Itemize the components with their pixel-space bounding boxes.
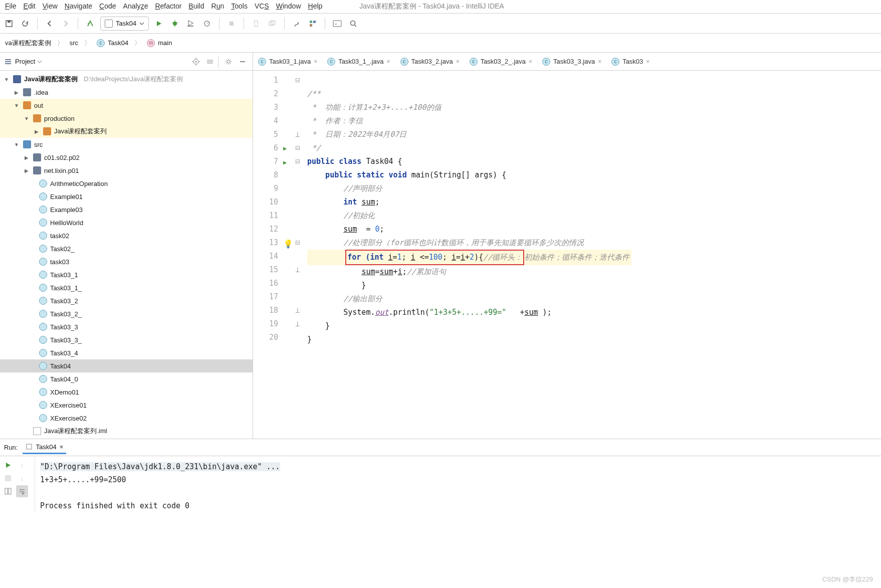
- profile-icon[interactable]: [201, 18, 213, 30]
- tree-file-task02_[interactable]: Task02_: [0, 242, 253, 255]
- gutter-marks[interactable]: ▶▶💡: [283, 71, 295, 439]
- coverage-icon[interactable]: [185, 18, 197, 30]
- editor-tab[interactable]: cTask03_1.java×: [253, 58, 322, 66]
- project-tree[interactable]: ▼Java课程配套案例D:\IdeaProjects\Java课程配套案例 ▶.…: [0, 71, 253, 439]
- up-icon[interactable]: ↑: [16, 459, 28, 471]
- menu-tools[interactable]: Tools: [231, 2, 248, 11]
- structure-icon[interactable]: [307, 18, 319, 30]
- menu-window[interactable]: Window: [276, 2, 301, 11]
- bulb-icon[interactable]: 💡: [283, 239, 293, 249]
- minimize-icon[interactable]: [237, 56, 249, 68]
- debug-icon[interactable]: [169, 18, 181, 30]
- wrap-icon[interactable]: [16, 485, 28, 497]
- tree-file-task03_3[interactable]: Task03_3: [0, 320, 253, 333]
- tree-file-task03_2_[interactable]: Task03_2_: [0, 307, 253, 320]
- crumb-class[interactable]: cTask04: [95, 38, 130, 48]
- chevron-down-icon[interactable]: [37, 59, 42, 64]
- menu-file[interactable]: File: [5, 2, 17, 11]
- run-gutter-icon[interactable]: ▶: [283, 159, 287, 166]
- tree-file-task02[interactable]: task02: [0, 229, 253, 242]
- expand-all-icon[interactable]: [204, 56, 216, 68]
- close-icon[interactable]: ×: [456, 58, 460, 65]
- tree-folder-prodchild[interactable]: ▶Java课程配套案列: [0, 125, 253, 138]
- editor-tab[interactable]: cTask03_2.java×: [395, 58, 465, 66]
- tree-file-xexercise02[interactable]: XExercise02: [0, 412, 253, 425]
- close-icon[interactable]: ×: [598, 58, 601, 65]
- close-icon[interactable]: ×: [314, 58, 317, 65]
- tree-iml[interactable]: Java课程配套案列.iml: [0, 425, 253, 438]
- search-icon[interactable]: [347, 18, 359, 30]
- run-icon[interactable]: [153, 18, 165, 30]
- forward-icon[interactable]: [60, 18, 72, 30]
- run-tab[interactable]: Task04 ×: [23, 441, 66, 454]
- fold-column[interactable]: ⊟⊥⊟⊟⊟⊥⊥⊥: [295, 71, 304, 439]
- rerun-icon[interactable]: [2, 459, 14, 471]
- editor-tab[interactable]: cTask03_2_.java×: [465, 58, 537, 66]
- tree-file-example01[interactable]: Example01: [0, 190, 253, 203]
- crumb-src[interactable]: src: [68, 38, 80, 48]
- editor-tab[interactable]: cTask03_3.java×: [537, 58, 606, 66]
- build-icon[interactable]: [84, 18, 96, 30]
- source[interactable]: /** * 功能：计算1+2+3+....+100的值 * 作者：李信 * 日期…: [304, 71, 631, 439]
- menu-help[interactable]: Help: [308, 2, 323, 11]
- tree-folder-idea[interactable]: ▶.idea: [0, 86, 253, 99]
- refresh-icon[interactable]: [19, 18, 31, 30]
- run-gutter-icon[interactable]: ▶: [283, 145, 287, 152]
- down-icon[interactable]: ↓: [16, 472, 28, 484]
- tree-file-arithmeticoperation[interactable]: ArithmeticOperation: [0, 177, 253, 190]
- svg-rect-38: [5, 488, 8, 494]
- stop-icon[interactable]: [2, 472, 14, 484]
- editor-tab[interactable]: cTask03_1_.java×: [322, 58, 395, 66]
- locate-icon[interactable]: [190, 56, 202, 68]
- save-icon[interactable]: [3, 18, 15, 30]
- menu-navigate[interactable]: Navigate: [65, 2, 92, 11]
- tree-file-task03_4[interactable]: Task03_4: [0, 346, 253, 359]
- run-anything-icon[interactable]: [331, 18, 343, 30]
- menu-build[interactable]: Build: [188, 2, 204, 11]
- tree-file-task04[interactable]: Task04: [0, 359, 253, 372]
- tree-file-task03_2[interactable]: Task03_2: [0, 294, 253, 307]
- menu-refactor[interactable]: Refactor: [155, 2, 181, 11]
- close-icon[interactable]: ×: [646, 58, 649, 65]
- tree-file-task03_1_[interactable]: Task03_1_: [0, 281, 253, 294]
- tree-file-task03_3_[interactable]: Task03_3_: [0, 333, 253, 346]
- close-icon[interactable]: ×: [386, 58, 390, 65]
- menu-code[interactable]: Code: [99, 2, 116, 11]
- gear-icon[interactable]: [223, 56, 235, 68]
- tree-folder-production[interactable]: ▼production: [0, 112, 253, 125]
- tree-file-xdemo01[interactable]: XDemo01: [0, 385, 253, 399]
- layout-icon[interactable]: [2, 485, 14, 497]
- close-icon[interactable]: ×: [60, 443, 64, 451]
- tree-file-task03[interactable]: task03: [0, 255, 253, 268]
- code-area[interactable]: 1234567891011121314151617181920 ▶▶💡 ⊟⊥⊟⊟…: [253, 71, 881, 439]
- wrench-icon[interactable]: [291, 18, 303, 30]
- menu-run[interactable]: Run: [211, 2, 225, 11]
- project-label[interactable]: Project: [15, 58, 35, 65]
- tree-file-hellloworld[interactable]: HellloWorld: [0, 216, 253, 229]
- menu-edit[interactable]: Edit: [24, 2, 36, 11]
- editor-tab[interactable]: cTask03×: [606, 58, 654, 66]
- crumb-method[interactable]: mmain: [145, 38, 174, 48]
- tree-file-task04_0[interactable]: Task04_0: [0, 372, 253, 385]
- tree-pkg-2[interactable]: ▶net.lixin.p01: [0, 164, 253, 177]
- crumb-root[interactable]: va课程配套案例: [3, 38, 53, 49]
- tree-file-task03_1[interactable]: Task03_1: [0, 268, 253, 281]
- close-icon[interactable]: ×: [529, 58, 532, 65]
- tree-folder-out[interactable]: ▼out: [0, 99, 253, 112]
- console-output[interactable]: "D:\Program Files\Java\jdk1.8.0_231\bin\…: [35, 456, 881, 511]
- tree-folder-src[interactable]: ▼src: [0, 138, 253, 151]
- tree-pkg-1[interactable]: ▶c01.s02.p02: [0, 151, 253, 164]
- menu-vcs[interactable]: VCS: [255, 2, 269, 11]
- back-icon[interactable]: [44, 18, 56, 30]
- menu-analyze[interactable]: Analyze: [123, 2, 148, 11]
- tree-external[interactable]: ▶External Libraries: [0, 438, 253, 439]
- tree-file-example03[interactable]: Example03: [0, 203, 253, 216]
- device-icon[interactable]: [250, 18, 262, 30]
- stop-icon[interactable]: [226, 18, 238, 30]
- tree-file-xexercise01[interactable]: XExercise01: [0, 399, 253, 412]
- run-config-select[interactable]: Task04: [100, 17, 149, 31]
- tree-root[interactable]: ▼Java课程配套案例D:\IdeaProjects\Java课程配套案例: [0, 73, 253, 86]
- menu-view[interactable]: View: [43, 2, 58, 11]
- svg-point-23: [195, 61, 197, 62]
- attach-icon[interactable]: [266, 18, 278, 30]
